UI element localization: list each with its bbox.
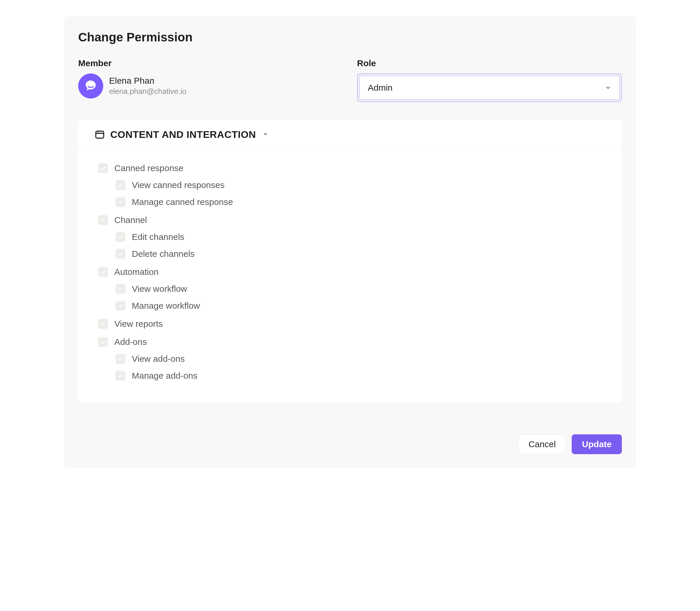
permission-checkbox[interactable] xyxy=(116,197,126,207)
role-select-focus-ring: Admin xyxy=(357,73,622,102)
permission-label: Manage add-ons xyxy=(132,371,198,381)
permission-label: Delete channels xyxy=(132,249,194,259)
member-column: Member Elena Phan elena.phan@chative.io xyxy=(78,58,343,102)
permission-row: Automation xyxy=(98,265,606,279)
permission-label: Channel xyxy=(114,215,147,225)
svg-rect-0 xyxy=(96,131,104,138)
permission-checkbox[interactable] xyxy=(116,354,126,364)
permission-checkbox[interactable] xyxy=(98,163,108,173)
svg-point-3 xyxy=(99,132,99,132)
member-email: elena.phan@chative.io xyxy=(109,86,186,96)
permission-row: View canned responses xyxy=(116,178,606,192)
app-window-icon xyxy=(94,130,105,140)
permission-row: Delete channels xyxy=(116,247,606,260)
role-section-label: Role xyxy=(357,58,622,68)
avatar xyxy=(78,73,103,99)
permission-row: Edit channels xyxy=(116,230,606,244)
member-name: Elena Phan xyxy=(109,75,186,86)
permission-checkbox[interactable] xyxy=(98,267,108,277)
permission-label: Manage canned response xyxy=(132,197,233,207)
permission-label: Manage workflow xyxy=(132,301,200,311)
permission-row: View reports xyxy=(98,317,606,331)
permission-checkbox[interactable] xyxy=(116,284,126,294)
permission-row: Channel xyxy=(98,213,606,227)
member-info: Elena Phan elena.phan@chative.io xyxy=(78,73,343,99)
chat-bubble-icon xyxy=(84,79,98,93)
footer-actions: Cancel Update xyxy=(78,434,622,454)
permission-label: Add-ons xyxy=(114,337,147,347)
permission-checkbox[interactable] xyxy=(116,371,126,381)
permission-row: View workflow xyxy=(116,282,606,296)
change-permission-panel: Change Permission Member Elena Phan elen… xyxy=(64,16,636,468)
member-text: Elena Phan elena.phan@chative.io xyxy=(109,75,186,96)
permission-card: CONTENT AND INTERACTION Canned responseV… xyxy=(78,120,622,402)
permission-section-header[interactable]: CONTENT AND INTERACTION xyxy=(78,120,622,150)
member-role-row: Member Elena Phan elena.phan@chative.io xyxy=(78,58,622,102)
permission-row: Manage workflow xyxy=(116,299,606,313)
svg-point-2 xyxy=(97,132,98,132)
role-select[interactable]: Admin xyxy=(359,75,620,100)
permission-label: Automation xyxy=(114,267,159,277)
permission-row: Canned response xyxy=(98,162,606,175)
permission-row: Manage canned response xyxy=(116,195,606,209)
permission-label: Canned response xyxy=(114,163,184,173)
permission-checkbox[interactable] xyxy=(98,319,108,329)
permission-label: View add-ons xyxy=(132,354,185,364)
permission-checkbox[interactable] xyxy=(116,301,126,311)
permission-checkbox[interactable] xyxy=(116,249,126,259)
update-button[interactable]: Update xyxy=(572,434,622,454)
role-column: Role Admin xyxy=(357,58,622,102)
permission-row: Manage add-ons xyxy=(116,369,606,383)
permission-list: Canned responseView canned responsesMana… xyxy=(78,150,622,402)
chevron-down-icon xyxy=(605,83,611,93)
cancel-button[interactable]: Cancel xyxy=(518,434,566,454)
permission-section-title: CONTENT AND INTERACTION xyxy=(110,129,256,140)
role-select-value: Admin xyxy=(368,83,393,93)
permission-checkbox[interactable] xyxy=(98,215,108,225)
permission-label: Edit channels xyxy=(132,232,184,242)
permission-checkbox[interactable] xyxy=(116,180,126,190)
chevron-down-icon xyxy=(263,132,268,138)
member-section-label: Member xyxy=(78,58,343,68)
permission-row: Add-ons xyxy=(98,335,606,349)
permission-label: View canned responses xyxy=(132,180,224,190)
page-title: Change Permission xyxy=(78,30,622,44)
permission-label: View workflow xyxy=(132,284,187,294)
permission-label: View reports xyxy=(114,319,163,329)
permission-row: View add-ons xyxy=(116,352,606,366)
permission-checkbox[interactable] xyxy=(98,337,108,347)
permission-checkbox[interactable] xyxy=(116,232,126,242)
